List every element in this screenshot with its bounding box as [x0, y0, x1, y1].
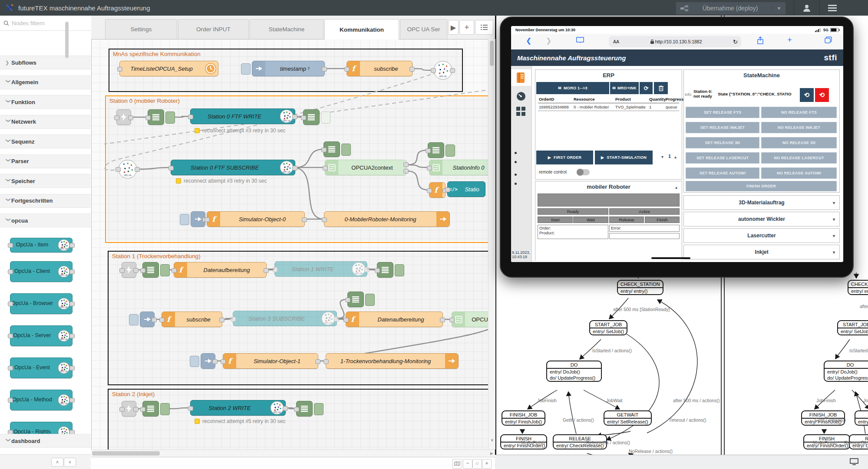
start-simulation-button[interactable]: ▶ START-SIMULATION — [595, 151, 653, 164]
moro-orders-button[interactable]: ✉ MORO 1-->3 — [536, 82, 609, 94]
flow-node-injectb[interactable] — [201, 353, 215, 369]
input-port[interactable] — [117, 67, 122, 72]
first-order-button[interactable]: ▶ FIRST ORDER — [536, 151, 593, 164]
output-port[interactable] — [69, 398, 75, 403]
flow-node-timestamp-[interactable]: timestamp ¹ — [252, 61, 325, 76]
zoom-in-button[interactable]: + — [482, 459, 492, 469]
debug-toggle-button[interactable] — [365, 294, 375, 306]
tabs-icon[interactable] — [825, 36, 832, 43]
flow-node-station-0-ftf-write[interactable]: Station 0 FTF WRITEOPC UA — [190, 108, 295, 124]
flow-node-station-1-write[interactable]: Station 1 WRITEOPC UA — [274, 261, 367, 277]
input-port[interactable] — [449, 318, 455, 322]
palette-category-dashboard[interactable]: ❯dashboard — [0, 434, 91, 448]
add-flow-button[interactable]: + — [459, 20, 474, 35]
output-port[interactable] — [219, 318, 224, 322]
button-no-release-lasercut[interactable]: NO RELEASE LASERCUT — [761, 152, 837, 164]
flow-node-station-0-ftf-subscribe[interactable]: Station 0 FTF SUBSCRIBEOPC UA — [171, 160, 295, 175]
home-indicator[interactable] — [651, 257, 690, 259]
output-port[interactable] — [292, 166, 297, 171]
new-tab-icon[interactable]: + — [787, 35, 792, 45]
collapse-icon[interactable]: ▴ — [675, 185, 677, 190]
input-port[interactable] — [375, 268, 380, 273]
output-port[interactable] — [69, 243, 75, 248]
reader-aa[interactable]: AA — [613, 39, 619, 44]
input-port[interactable] — [119, 407, 125, 412]
output-port[interactable] — [364, 267, 370, 272]
input-port[interactable] — [116, 167, 121, 172]
address-bar[interactable]: AA http://10.10.130.5:1882 ↻ — [609, 36, 741, 47]
input-port[interactable] — [426, 148, 431, 153]
input-port[interactable] — [344, 67, 350, 72]
inject-button[interactable] — [180, 214, 189, 225]
robot-step-start[interactable]: Start — [538, 216, 573, 223]
button-no-release-autowi[interactable]: NO RELEASE AUTOWI — [761, 167, 837, 179]
user-button[interactable] — [794, 0, 819, 16]
output-port[interactable] — [69, 302, 75, 306]
flow-node-debug[interactable] — [296, 401, 313, 417]
palette-category-speicher[interactable]: ❯Speicher — [0, 174, 91, 188]
robot-state-ready[interactable]: Ready — [538, 208, 608, 215]
output-port[interactable] — [315, 359, 320, 364]
flow-node-statio[interactable]: </>Statio — [447, 181, 485, 197]
button-no-release-fts[interactable]: NO RELEASE FTS — [761, 107, 837, 118]
input-port[interactable] — [168, 166, 174, 171]
input-port[interactable] — [140, 407, 145, 412]
output-port[interactable] — [292, 115, 297, 119]
input-port[interactable] — [323, 359, 329, 364]
flow-node-debug[interactable] — [323, 141, 340, 157]
input-port[interactable] — [8, 269, 13, 274]
tab-opc-ua-ser[interactable]: OPC UA Ser — [400, 19, 447, 39]
flow-node-simulator-object-0[interactable]: fSimulator-Object-0 — [207, 211, 305, 227]
undo-state-button[interactable]: ⟲ — [800, 88, 814, 102]
zoom-out-button[interactable]: − — [463, 459, 472, 469]
button-set-release-lasercut[interactable]: SET RELEASE LASERCUT — [686, 152, 759, 164]
tab-settings[interactable]: Settings — [105, 19, 177, 39]
output-port[interactable] — [450, 68, 455, 73]
input-port[interactable] — [301, 115, 306, 120]
palette-node-opcua-event[interactable]: OpcUa - EventOPC UA — [10, 357, 73, 378]
deploy-options-chevron[interactable]: ▼ — [772, 6, 785, 11]
input-port[interactable] — [343, 318, 349, 322]
flow-node-stationinfo-0[interactable]: StationInfo 0 — [429, 160, 488, 175]
canvas-vertical-scrollbar[interactable]: ▼ — [488, 39, 495, 449]
grid-icon[interactable] — [516, 107, 526, 116]
flow-node-opcua-client[interactable]: OPC UA — [118, 160, 137, 179]
output-port[interactable] — [69, 366, 75, 371]
flow-node-datenaufbereitung[interactable]: fDatenaufbereitung — [346, 312, 443, 327]
robot-state-active[interactable]: Active — [609, 208, 680, 215]
input-port[interactable] — [114, 115, 119, 120]
button-set-release-fts[interactable]: SET RELEASE FTS — [686, 107, 759, 118]
debug-toggle-button[interactable] — [314, 403, 323, 415]
input-port[interactable] — [321, 148, 327, 152]
output-port[interactable] — [409, 67, 415, 72]
palette-node-opcua-method[interactable]: OpcUa - MethodOPC UA — [10, 390, 73, 410]
finish-order-button[interactable]: FINISH ORDER — [686, 181, 837, 191]
main-menu-button[interactable] — [820, 0, 845, 16]
palette-node-opcua-item[interactable]: OpcUa - ItemOPC UA — [10, 238, 73, 253]
palette-scrollbar[interactable] — [65, 22, 69, 58]
palette-category-funktion[interactable]: ❯Funktion — [0, 95, 91, 109]
output-port[interactable] — [133, 407, 139, 412]
scroll-right-arrow[interactable]: ▶ — [490, 451, 493, 456]
palette-node-opcua-server[interactable]: OpcUa - ServerOPC UA — [10, 325, 73, 346]
input-port[interactable] — [8, 398, 13, 403]
input-port[interactable] — [345, 298, 350, 302]
palette-node-opcua-browser[interactable]: OpcUa - BrowserOPC UA — [10, 293, 73, 314]
tab-scroll-right-button[interactable]: ▶ — [448, 20, 459, 35]
flow-node-station-3-subscribe[interactable]: Station 3 SUBSCRIBEOPC UA — [233, 311, 337, 326]
input-port[interactable] — [8, 243, 13, 248]
dropdown-3d-materialauftrag[interactable]: 3D-Materialauftrag▾ — [683, 195, 840, 210]
flow-node-injectb[interactable] — [140, 312, 155, 327]
input-port[interactable] — [8, 302, 13, 306]
debug-toggle-button[interactable] — [341, 144, 351, 156]
zoom-reset-button[interactable]: ○ — [472, 459, 482, 469]
input-port[interactable] — [188, 406, 193, 411]
flow-node-linkin[interactable] — [122, 401, 136, 417]
remote-control-toggle[interactable] — [577, 169, 590, 175]
output-port[interactable] — [152, 318, 157, 322]
input-port[interactable] — [427, 166, 432, 171]
input-port[interactable] — [140, 268, 145, 273]
flow-node-injectb[interactable] — [191, 211, 205, 227]
input-port[interactable] — [322, 217, 327, 222]
debug-toggle-button[interactable] — [321, 112, 330, 124]
